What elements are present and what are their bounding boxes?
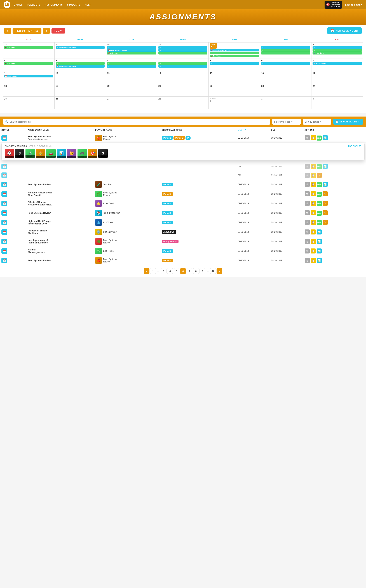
group-badge[interactable]: Period 3 [162, 192, 173, 196]
cal-day-mar3[interactable]: 3 [312, 97, 363, 109]
cal-event-exit-13[interactable]: → [158, 62, 208, 65]
delete-btn[interactable]: 🗑 [305, 248, 310, 253]
group-badge[interactable]: Period 2 [162, 221, 173, 224]
copy-btn[interactable]: 📋 [311, 164, 316, 169]
copy-btn[interactable]: 📋 [311, 191, 316, 196]
cal-day-28[interactable]: 28 🚀 Exit Ticket [3, 43, 54, 58]
cal-day-12[interactable]: 12 [54, 71, 106, 84]
cal-event-food-11[interactable]: → [158, 65, 208, 67]
cal-event-food-8[interactable]: → [313, 46, 362, 49]
cal-day-17[interactable]: 17 [312, 71, 363, 84]
game-energy-food[interactable]: 🍔 ENERGY FOOD [36, 149, 45, 158]
pagination-9[interactable]: 9 [199, 268, 205, 274]
cal-day-mar2[interactable]: 2 [260, 97, 312, 109]
cal-event-exit-3[interactable]: → [158, 52, 208, 54]
pagination-prev[interactable]: ‹ [144, 268, 149, 274]
cal-event-food-7[interactable]: → [261, 46, 310, 49]
chart-btn[interactable]: 📊 [323, 135, 328, 140]
group-badge[interactable]: Period 1 [162, 136, 173, 140]
cal-event-exit-12[interactable]: → [107, 62, 156, 65]
live-btn[interactable]: LIVE [317, 164, 322, 169]
cal-day-10[interactable]: 10 📅 Food System... [312, 59, 363, 71]
edit-btn[interactable]: ✏️ [317, 173, 322, 178]
cal-day-21[interactable]: 21 [157, 84, 209, 97]
live-btn[interactable]: LIVE [317, 211, 322, 216]
delete-btn[interactable]: 🗑 [305, 201, 310, 206]
cal-day-24[interactable]: 24 [312, 84, 363, 97]
cal-event-exit-7[interactable]: → [261, 52, 310, 54]
cal-day-26[interactable]: 26 [54, 97, 106, 109]
delete-btn[interactable]: 🗑 [305, 182, 310, 187]
cal-event-exit-10[interactable]: 🚀 Exit Ticket [4, 62, 53, 65]
delete-btn[interactable]: 🗑 [305, 220, 310, 225]
delete-btn[interactable]: 🗑 [305, 164, 310, 169]
chart-btn[interactable]: 📊 [323, 182, 328, 187]
chart-btn[interactable]: 📊 [323, 164, 328, 169]
cal-day-8[interactable]: 8 → [209, 59, 260, 71]
nav-games[interactable]: GAMES [14, 3, 23, 6]
cal-day-20[interactable]: 20 [106, 84, 157, 97]
cal-event-food-3[interactable]: 📅 Food Systems Review [107, 49, 156, 52]
delete-btn[interactable]: 🗑 [305, 230, 310, 234]
group-badge-everyone[interactable]: EVERYONE [162, 230, 176, 234]
cal-day-13[interactable]: 13 [106, 71, 157, 84]
game-cats[interactable]: 🐱 CATS [67, 149, 76, 158]
cal-prev-btn[interactable]: ‹ [4, 28, 11, 34]
game-molecules[interactable]: 🔬 MOLECULES &COMPOUNDS [25, 149, 35, 158]
cal-day-19[interactable]: 19 [54, 84, 106, 97]
delete-btn[interactable]: 🗑 [305, 258, 310, 263]
pagination-5[interactable]: 5 [174, 268, 179, 274]
cal-day-6[interactable]: 6 → → [106, 59, 157, 71]
pagination-8[interactable]: 8 [193, 268, 199, 274]
game-random-2[interactable]: 3 RANDOMASSESSMENT [98, 149, 108, 158]
game-bingo[interactable]: 🎯 BINGO BLAST [88, 149, 97, 158]
cal-event-exit-5[interactable]: 🚀 Exit Ticket [210, 55, 259, 57]
copy-btn[interactable]: 📋 [311, 210, 316, 215]
delete-btn[interactable]: 🗑 [305, 173, 310, 178]
cal-event-food-5[interactable]: → [158, 49, 208, 52]
cal-event-food-1[interactable]: 📅 Food Systems Review [56, 46, 105, 49]
nav-user[interactable]: Legend Smith ▾ [345, 3, 362, 6]
cal-event-exit-4[interactable]: → [210, 52, 259, 54]
cal-day-2[interactable]: 2 → → → [260, 43, 312, 58]
pagination-3[interactable]: 3 [161, 268, 167, 274]
copy-btn[interactable]: 📋 [311, 239, 316, 244]
cal-day-22[interactable]: 22 [209, 84, 260, 97]
delete-btn[interactable]: 🗑 [305, 135, 310, 140]
sort-status[interactable]: Sort by status ▾ [303, 119, 331, 125]
pagination-1[interactable]: 1 [150, 268, 156, 274]
pagination-7[interactable]: 7 [187, 268, 192, 274]
group-badge-pickles[interactable]: Group Pickles [162, 240, 178, 243]
group-badge[interactable]: Period 2 [162, 249, 173, 253]
nav-assignments[interactable]: ASSIGNMENTS [45, 3, 63, 6]
cal-day-14[interactable]: 14 [157, 71, 209, 84]
cal-event-food-10[interactable]: → [107, 65, 156, 67]
nav-playlists[interactable]: PLAYLISTS [27, 3, 40, 6]
cal-day-9[interactable]: 9 → [260, 59, 312, 71]
cal-day-mar1[interactable]: MARCH 1 [209, 97, 260, 109]
live-btn[interactable]: LIVE [317, 201, 322, 206]
edit-btn[interactable]: ✏️ [323, 220, 328, 225]
copy-btn[interactable]: 📋 [311, 220, 316, 225]
game-bouncer[interactable]: ⚽ BOUNCER [5, 149, 14, 158]
pagination-47[interactable]: 47 [210, 268, 216, 274]
copy-btn[interactable]: 📋 [311, 248, 316, 253]
chart-btn[interactable]: 📊 [317, 230, 322, 234]
cal-event-food-4[interactable]: → [158, 46, 208, 49]
cal-day-23[interactable]: 23 [260, 84, 312, 97]
edit-playlist-link[interactable]: EDIT PLAYLIST [348, 145, 361, 147]
cal-next-btn[interactable]: › [43, 28, 50, 34]
cal-day-11[interactable]: 11 📅 Food Syste... [3, 71, 54, 84]
filter-groups[interactable]: Filter by groups ▾ [272, 119, 301, 125]
cal-day-30[interactable]: 30 → 📅 Food Systems Review 🚀 Exit Ticket [106, 43, 157, 58]
live-btn[interactable]: LIVE [317, 135, 322, 141]
chart-btn[interactable]: 📊 [317, 239, 322, 244]
cal-day-27[interactable]: 27 [106, 97, 157, 109]
cal-event-exit-6[interactable]: → [261, 49, 310, 52]
group-badge[interactable]: Period 3 [162, 259, 173, 262]
table-new-assignment-btn[interactable]: 📅 NEW ASSIGNMENT [333, 119, 363, 125]
cal-day-29[interactable]: 29 📅 Food Systems Review [54, 43, 106, 58]
game-march[interactable]: 🎮 MARCH [77, 149, 87, 158]
game-random-1[interactable]: 3 RANDOMASSESSMENT [15, 149, 24, 158]
game-car[interactable]: 🚗 CAR [46, 149, 56, 158]
